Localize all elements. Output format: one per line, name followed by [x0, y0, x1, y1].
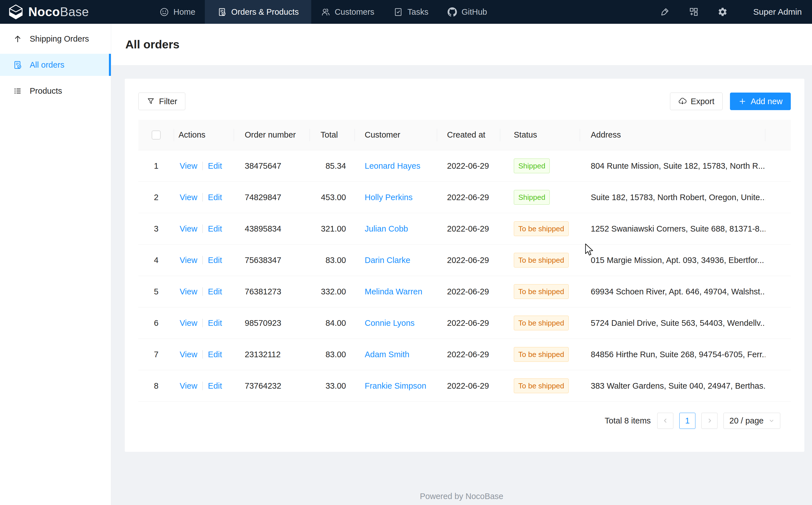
table-row: 7 View Edit 23132112 83.00 Adam Smith 20… — [139, 339, 791, 370]
main-area: All orders Filter Export — [111, 24, 812, 505]
total-cell: 33.00 — [310, 381, 355, 391]
filter-funnel-icon — [147, 97, 155, 106]
select-all-checkbox[interactable] — [152, 131, 161, 140]
arrow-up-icon — [13, 34, 22, 44]
sidebar-item-shipping-orders[interactable]: Shipping Orders — [0, 28, 111, 50]
customer-cell: Holly Perkins — [355, 193, 437, 202]
edit-link[interactable]: Edit — [208, 350, 222, 359]
view-link[interactable]: View — [180, 318, 197, 328]
row-index: 2 — [139, 193, 174, 202]
export-button[interactable]: Export — [670, 93, 723, 110]
edit-link[interactable]: Edit — [208, 256, 222, 265]
created-at-cell: 2022-06-29 — [437, 287, 500, 296]
total-cell: 84.00 — [310, 318, 355, 328]
total-cell: 453.00 — [310, 193, 355, 202]
total-cell: 85.34 — [310, 161, 355, 171]
customer-link[interactable]: Melinda Warren — [365, 287, 423, 296]
customer-cell: Connie Lyons — [355, 318, 437, 328]
next-page-button[interactable] — [702, 413, 718, 429]
user-menu[interactable]: Super Admin — [753, 7, 802, 17]
actions-divider — [202, 224, 203, 233]
status-badge: To be shipped — [514, 316, 569, 330]
pagination: Total 8 items 1 20 / page — [605, 412, 780, 429]
customer-link[interactable]: Frankie Simpson — [365, 381, 427, 390]
edit-link[interactable]: Edit — [208, 161, 222, 171]
edit-link[interactable]: Edit — [208, 287, 222, 296]
table-toolbar: Filter Export Add new — [139, 93, 791, 110]
total-cell: 83.00 — [310, 256, 355, 265]
row-actions: View Edit — [174, 318, 234, 328]
created-at-cell: 2022-06-29 — [437, 193, 500, 202]
chevron-down-icon — [769, 418, 774, 424]
status-badge: Shipped — [514, 190, 550, 205]
sidebar-item-label: Products — [30, 86, 62, 96]
gear-icon[interactable] — [718, 7, 728, 17]
filter-button[interactable]: Filter — [139, 93, 185, 110]
customer-link[interactable]: Darin Clarke — [365, 256, 410, 265]
edit-link[interactable]: Edit — [208, 224, 222, 233]
row-actions: View Edit — [174, 350, 234, 359]
nav-item-tasks[interactable]: Tasks — [384, 0, 438, 24]
view-link[interactable]: View — [180, 381, 197, 391]
actions-divider — [202, 319, 203, 327]
column-header-actions: Actions — [174, 120, 234, 150]
nav-item-orders-products[interactable]: Orders & Products — [205, 0, 311, 24]
plus-icon — [738, 97, 747, 106]
created-at-cell: 2022-06-29 — [437, 224, 500, 233]
nav-item-github[interactable]: GitHub — [438, 0, 497, 24]
sidebar-item-all-orders[interactable]: All orders — [0, 54, 111, 76]
nav-item-customers[interactable]: Customers — [311, 0, 384, 24]
address-cell: 1252 Swaniawski Corners, Suite 688, 8137… — [580, 224, 765, 233]
plugin-blocks-icon[interactable] — [689, 7, 699, 17]
sidebar-item-products[interactable]: Products — [0, 80, 111, 102]
page-size-select[interactable]: 20 / page — [724, 413, 780, 429]
nav-item-home[interactable]: Home — [150, 0, 205, 24]
status-badge: To be shipped — [514, 347, 569, 362]
orders-table: Actions Order number Total Customer Crea… — [139, 120, 791, 402]
view-link[interactable]: View — [180, 287, 197, 296]
nav-item-label: GitHub — [462, 7, 487, 17]
customer-link[interactable]: Connie Lyons — [365, 318, 415, 328]
customer-link[interactable]: Leonard Hayes — [365, 161, 421, 170]
customer-link[interactable]: Holly Perkins — [365, 193, 413, 202]
toolbar-right: Export Add new — [670, 93, 791, 110]
nav-items: Home Orders & Products Customers — [150, 0, 497, 24]
column-header-customer: Customer — [355, 120, 437, 150]
page-number-1[interactable]: 1 — [679, 413, 696, 429]
address-cell: 69934 Schoen River, Apt. 646, 49704, Wal… — [580, 287, 765, 296]
prev-page-button[interactable] — [657, 413, 673, 429]
customer-link[interactable]: Adam Smith — [365, 350, 410, 359]
order-number-cell: 74829847 — [234, 193, 310, 202]
view-link[interactable]: View — [180, 256, 197, 265]
address-cell: 015 Margie Mission, Apt. 093, 34936, Ebe… — [580, 256, 765, 265]
table-row: 1 View Edit 38475647 85.34 Leonard Hayes… — [139, 150, 791, 182]
customer-cell: Melinda Warren — [355, 287, 437, 296]
order-number-cell: 23132112 — [234, 350, 310, 359]
brand-text: NocoBase — [28, 5, 89, 19]
nav-right-actions: Super Admin — [660, 0, 812, 24]
created-at-cell: 2022-06-29 — [437, 350, 500, 359]
customer-link[interactable]: Julian Cobb — [365, 224, 408, 233]
view-link[interactable]: View — [180, 224, 197, 233]
page-header: All orders — [111, 24, 812, 65]
highlighter-icon[interactable] — [660, 7, 670, 17]
add-new-button[interactable]: Add new — [730, 93, 791, 110]
view-link[interactable]: View — [180, 161, 197, 171]
status-cell: Shipped — [500, 190, 580, 205]
customer-cell: Julian Cobb — [355, 224, 437, 233]
order-number-cell: 43895834 — [234, 224, 310, 233]
edit-link[interactable]: Edit — [208, 318, 222, 328]
created-at-cell: 2022-06-29 — [437, 161, 500, 171]
cube-logo-icon — [8, 4, 24, 20]
status-cell: Shipped — [500, 159, 580, 173]
view-link[interactable]: View — [180, 193, 197, 202]
total-cell: 83.00 — [310, 350, 355, 359]
row-actions: View Edit — [174, 193, 234, 202]
edit-link[interactable]: Edit — [208, 193, 222, 202]
column-header-filler — [765, 120, 791, 150]
edit-link[interactable]: Edit — [208, 381, 222, 391]
actions-divider — [202, 381, 203, 390]
nav-item-label: Orders & Products — [231, 7, 299, 17]
nocobase-logo[interactable]: NocoBase — [0, 0, 150, 24]
view-link[interactable]: View — [180, 350, 197, 359]
